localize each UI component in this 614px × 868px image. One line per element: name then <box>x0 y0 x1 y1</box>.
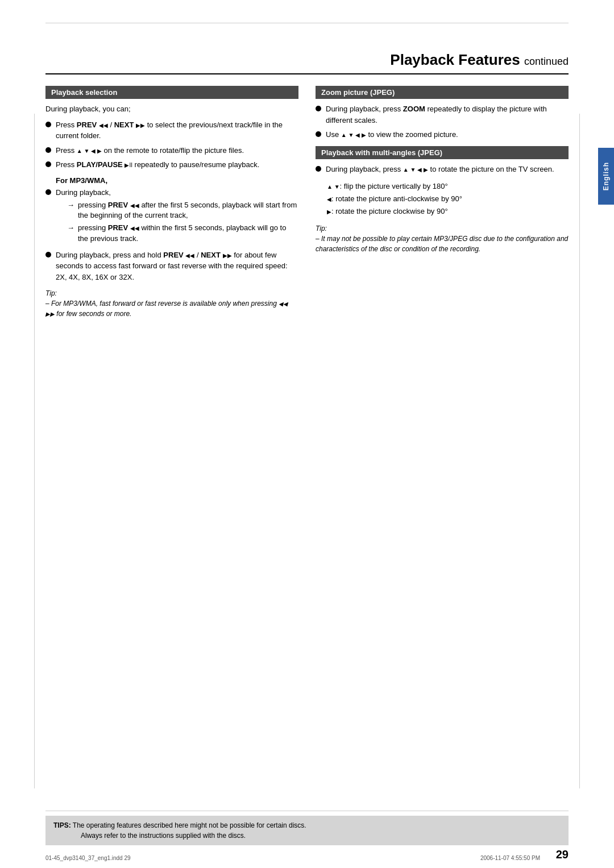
two-col-layout: Playback selection During playback, you … <box>45 86 569 325</box>
bullet-zoom-2: Use ▲ ▼ ◀ ▶ to view the zoomed picture. <box>316 129 569 140</box>
bullet-hold-text: During playback, press and hold PREV ◀◀ … <box>56 250 298 283</box>
bullet-prev-next: Press PREV ◀◀ / NEXT ▶▶ to select the pr… <box>45 119 298 142</box>
bullet-dot-angle <box>316 166 321 172</box>
bullet-zoom-1-text: During playback, press ZOOM repeatedly t… <box>326 103 569 126</box>
bullet-prev-next-text: Press PREV ◀◀ / NEXT ▶▶ to select the pr… <box>56 119 298 142</box>
sub-bullet-2-text: pressing PREV ◀◀ within the first 5 seco… <box>78 223 298 243</box>
bullet-playpause-text: Press PLAY/PAUSE ▶II repeatedly to pause… <box>56 159 298 171</box>
bullet-during-text: During playback, → pressing PREV ◀◀ afte… <box>56 187 298 246</box>
sub-bullet-1-text: pressing PREV ◀◀ after the first 5 secon… <box>78 200 298 221</box>
border-top <box>45 23 569 23</box>
arrow-icon: → <box>67 200 74 210</box>
section-zoom: Zoom picture (JPEG) <box>316 86 569 99</box>
multiangle-sub-2: ◀: rotate the picture anti-clockwise by … <box>327 193 569 205</box>
bullet-dot-mp3 <box>45 189 51 195</box>
bottom-tips-bar: TIPS: The operating features described h… <box>45 816 569 845</box>
bullet-rotate: Press ▲ ▼ ◀ ▶ on the remote to rotate/fl… <box>45 145 298 156</box>
bullet-dot-3 <box>45 161 51 167</box>
bullet-multiangle-text: During playback, press ▲ ▼ ◀ ▶ to rotate… <box>326 164 569 175</box>
sub-bullet-list: → pressing PREV ◀◀ after the first 5 sec… <box>56 200 298 244</box>
section-playback-selection: Playback selection <box>45 86 298 99</box>
tip-label-right: Tip: <box>316 223 569 234</box>
title-continued: continued <box>524 56 569 67</box>
page-number: 29 <box>556 848 569 861</box>
zoom-bullets: During playback, press ZOOM repeatedly t… <box>316 103 569 140</box>
vline-left <box>34 114 35 788</box>
multiangle-subitems: ▲ ▼: flip the picture vertically by 180°… <box>316 180 569 218</box>
tips-label: TIPS: <box>53 821 71 829</box>
arrow-icon-2: → <box>67 223 74 233</box>
tip-right: Tip: – It may not be possible to play ce… <box>316 223 569 254</box>
section-multiangle: Playback with multi-angles (JPEG) <box>316 146 569 159</box>
bullet-dot <box>45 122 51 127</box>
bullet-playpause: Press PLAY/PAUSE ▶II repeatedly to pause… <box>45 159 298 171</box>
bullet-dot-2 <box>45 147 51 153</box>
bullet-zoom-2-text: Use ▲ ▼ ◀ ▶ to view the zoomed picture. <box>326 129 569 140</box>
border-bottom <box>45 811 569 811</box>
bullet-hold-prev: During playback, press and hold PREV ◀◀ … <box>45 250 298 283</box>
tips-line1: The operating features described here mi… <box>73 821 306 829</box>
bullet-dot-zoom-1 <box>316 106 321 111</box>
page-title: Playback Features continued <box>45 51 569 74</box>
right-column: Zoom picture (JPEG) During playback, pre… <box>316 86 569 325</box>
tip-text-right: – It may not be possible to play certain… <box>316 234 569 254</box>
sub-bullet-2: → pressing PREV ◀◀ within the first 5 se… <box>67 223 298 243</box>
multiangle-bullets: During playback, press ▲ ▼ ◀ ▶ to rotate… <box>316 164 569 175</box>
tips-line2: Always refer to the instructions supplie… <box>53 832 246 840</box>
page: English Playback Features continued Play… <box>0 0 614 868</box>
bullet-multiangle-1: During playback, press ▲ ▼ ◀ ▶ to rotate… <box>316 164 569 175</box>
bullet-during-mp3: During playback, → pressing PREV ◀◀ afte… <box>45 187 298 246</box>
side-tab-label: English <box>602 162 610 190</box>
multiangle-sub-3: ▶: rotate the picture clockwise by 90° <box>327 205 569 218</box>
during-playback-intro: During playback, you can; <box>45 103 298 115</box>
multiangle-sub-1: ▲ ▼: flip the picture vertically by 180° <box>327 180 569 193</box>
mp3-bullets: During playback, → pressing PREV ◀◀ afte… <box>45 187 298 283</box>
footer-right: 2006-11-07 4:55:50 PM <box>480 855 540 861</box>
playback-bullets: Press PREV ◀◀ / NEXT ▶▶ to select the pr… <box>45 119 298 171</box>
side-tab: English <box>598 148 614 205</box>
tip-left: Tip: – For MP3/WMA, fast forward or fast… <box>45 288 298 319</box>
for-mp3-heading: For MP3/WMA, <box>56 176 298 185</box>
footer-left: 01-45_dvp3140_37_eng1.indd 29 <box>45 855 131 861</box>
sub-bullet-1: → pressing PREV ◀◀ after the first 5 sec… <box>67 200 298 221</box>
tip-label-left: Tip: <box>45 288 298 298</box>
bullet-dot-hold <box>45 252 51 258</box>
left-column: Playback selection During playback, you … <box>45 86 298 325</box>
bullet-zoom-1: During playback, press ZOOM repeatedly t… <box>316 103 569 126</box>
tip-text-left: – For MP3/WMA, fast forward or fast reve… <box>45 298 298 319</box>
vline-right <box>579 114 580 788</box>
bullet-dot-zoom-2 <box>316 131 321 137</box>
bullet-rotate-text: Press ▲ ▼ ◀ ▶ on the remote to rotate/fl… <box>56 145 298 156</box>
